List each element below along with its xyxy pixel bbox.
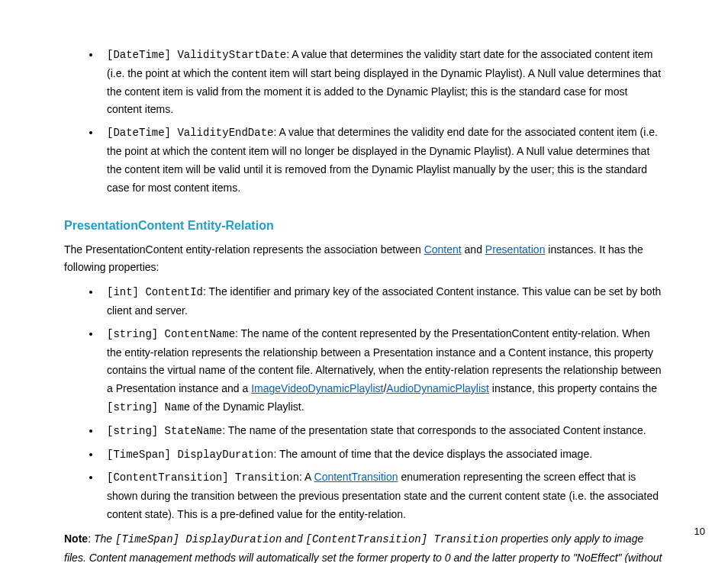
property-code: [string] ContentName — [107, 328, 235, 340]
text: of the Dynamic Playlist. — [190, 401, 304, 413]
intro-paragraph: The PresentationContent entity-relation … — [64, 241, 664, 278]
list-item: [string] ContentName: The name of the co… — [101, 325, 664, 417]
content-link[interactable]: Content — [424, 243, 462, 256]
note-label: Note — [64, 532, 88, 545]
imagevideo-link[interactable]: ImageVideoDynamicPlaylist — [251, 382, 383, 394]
section-heading: PresentationContent Entity-Relation — [64, 215, 664, 236]
property-list-2: [int] ContentId: The identifier and prim… — [64, 283, 664, 524]
presentation-link[interactable]: Presentation — [485, 243, 546, 256]
list-item: [ContentTransition] Transition: A Conten… — [101, 468, 664, 523]
property-list-1: [DateTime] ValidityStartDate: A value th… — [64, 46, 664, 197]
text: : — [88, 532, 94, 545]
text: The — [94, 532, 115, 545]
text: instance, this property contains the — [489, 382, 657, 394]
page-number: 10 — [694, 523, 705, 540]
inline-code: [TimeSpan] DisplayDuration — [115, 533, 282, 545]
property-code: [DateTime] ValidityStartDate — [107, 49, 286, 61]
inline-code: [ContentTransition] Transition — [306, 533, 498, 545]
property-desc: : The amount of time that the device dis… — [273, 448, 592, 460]
note-paragraph: Note: The [TimeSpan] DisplayDuration and… — [64, 530, 664, 563]
property-code: [DateTime] ValidityEndDate — [107, 127, 273, 139]
list-item: [int] ContentId: The identifier and prim… — [101, 283, 664, 320]
property-desc: : The name of the presentation state tha… — [222, 424, 646, 436]
inline-code: [string] Name — [107, 401, 190, 413]
text: The PresentationContent entity-relation … — [64, 243, 424, 256]
text: and — [282, 532, 305, 545]
list-item: [string] StateName: The name of the pres… — [101, 422, 664, 441]
property-code: [ContentTransition] Transition — [107, 471, 299, 484]
text: and — [462, 243, 485, 256]
audio-link[interactable]: AudioDynamicPlaylist — [386, 382, 489, 394]
contenttransition-link[interactable]: ContentTransition — [314, 471, 398, 483]
property-code: [TimeSpan] DisplayDuration — [107, 449, 273, 461]
list-item: [TimeSpan] DisplayDuration: The amount o… — [101, 446, 664, 465]
property-code: [int] ContentId — [107, 286, 203, 298]
list-item: [DateTime] ValidityEndDate: A value that… — [101, 124, 664, 197]
property-code: [string] StateName — [107, 425, 222, 437]
text: : A — [299, 471, 314, 483]
list-item: [DateTime] ValidityStartDate: A value th… — [101, 46, 664, 119]
